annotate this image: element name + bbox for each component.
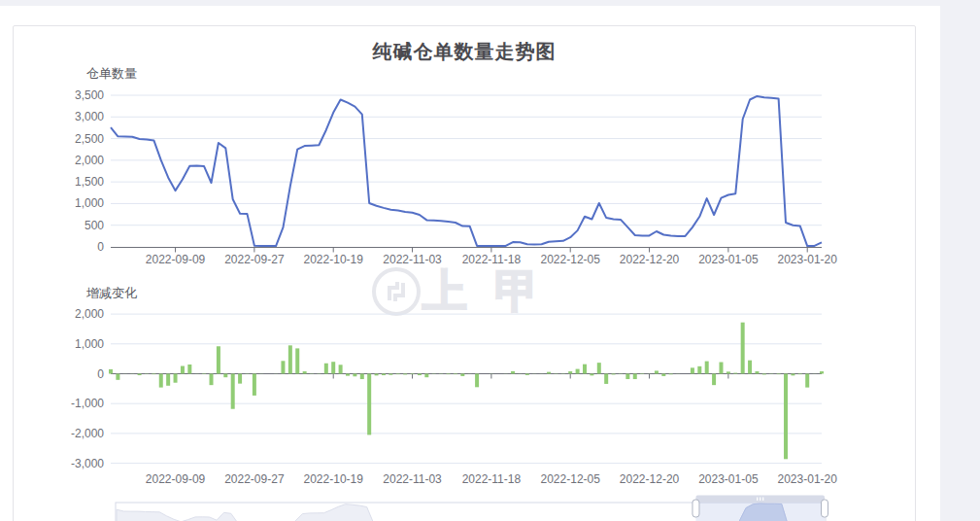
bar: [181, 366, 185, 374]
bar: [697, 366, 701, 374]
bar: [288, 345, 292, 373]
bar: [187, 365, 191, 374]
bar-chart: -3,000-2,000-1,00001,0002,0002022-09-092…: [71, 307, 837, 486]
bar: [748, 361, 752, 374]
x-axis-label: 2022-11-03: [383, 472, 442, 486]
datazoom-right-handle[interactable]: [822, 500, 828, 517]
x-axis-label: 2022-11-18: [462, 472, 522, 486]
bar: [231, 374, 235, 409]
bar: [346, 374, 350, 376]
x-axis-label: 2023-01-20: [778, 253, 838, 266]
y-axis-label: -1,000: [71, 397, 104, 410]
bar: [460, 374, 464, 376]
x-axis-label: 2023-01-05: [698, 253, 759, 266]
line-chart: 05001,0001,5002,0002,5003,0003,5002022-0…: [75, 88, 837, 266]
bar: [705, 362, 709, 374]
bar: [339, 365, 343, 373]
y-axis-label: 0: [97, 367, 104, 381]
bar: [447, 374, 451, 375]
bar: [583, 365, 587, 374]
bar: [525, 374, 529, 375]
bar: [733, 373, 737, 374]
bar: [281, 361, 285, 373]
bar: [820, 371, 824, 373]
x-axis-label: 2022-09-09: [146, 472, 206, 486]
bar: [353, 374, 356, 377]
bar: [331, 362, 335, 373]
bar: [295, 348, 299, 373]
y-axis-label: 2,500: [75, 132, 104, 146]
bar: [217, 346, 220, 373]
datazoom-slider[interactable]: [116, 496, 828, 521]
bar: [712, 374, 716, 386]
bar: [152, 374, 155, 375]
y-axis-label: 2,000: [75, 154, 104, 167]
x-axis-label: 2022-09-09: [146, 253, 206, 266]
bar: [210, 374, 214, 386]
x-axis-label: 2022-11-03: [383, 253, 442, 266]
bar: [604, 374, 608, 384]
y-axis-label: 1,000: [75, 196, 104, 210]
y-axis-label: 1,500: [75, 175, 104, 189]
x-axis-label: 2022-12-20: [620, 472, 680, 486]
bar: [655, 370, 659, 373]
bar: [411, 374, 415, 375]
bar: [727, 371, 730, 373]
bar: [403, 374, 407, 375]
bar: [661, 374, 665, 376]
bar: [547, 372, 551, 374]
y-axis-label: 2,000: [75, 307, 104, 321]
bar: [791, 374, 794, 376]
charts-canvas: 05001,0001,5002,0002,5003,0003,5002022-0…: [1, 1, 980, 521]
bar: [389, 374, 392, 375]
x-axis-label: 2023-01-20: [778, 472, 838, 486]
bar: [625, 374, 629, 380]
datazoom-selection[interactable]: [695, 503, 825, 521]
bar: [597, 363, 601, 373]
bar: [633, 374, 637, 380]
bar: [166, 374, 170, 386]
move-handle-grip-icon: [757, 498, 758, 502]
bar: [762, 374, 766, 375]
bar: [798, 374, 802, 375]
x-axis-label: 2022-12-05: [541, 472, 601, 486]
bar: [511, 371, 515, 374]
move-handle-grip-icon: [762, 498, 763, 502]
y-axis-label: 1,000: [75, 337, 104, 351]
bar: [109, 369, 113, 374]
bar: [324, 364, 328, 374]
bar: [116, 374, 119, 380]
bar: [805, 374, 809, 388]
bar: [612, 374, 616, 375]
bar: [454, 374, 457, 375]
bar: [375, 374, 379, 376]
bar: [223, 374, 227, 378]
datazoom-left-handle[interactable]: [693, 500, 699, 517]
bar: [367, 374, 371, 435]
bar: [396, 374, 400, 375]
x-axis-label: 2022-10-19: [304, 253, 364, 266]
x-axis-label: 2022-12-20: [620, 253, 680, 266]
bar: [253, 374, 256, 396]
bar: [475, 374, 479, 388]
y-axis-label: -2,000: [71, 427, 104, 440]
bar: [418, 374, 422, 376]
bar: [719, 363, 723, 374]
x-axis-label: 2022-09-27: [224, 472, 285, 486]
bar: [303, 371, 307, 373]
bar: [741, 323, 745, 374]
y-axis-label: -3,000: [71, 457, 104, 470]
bar: [568, 371, 572, 373]
bar: [138, 374, 142, 376]
bar: [576, 369, 580, 374]
y-axis-label: 3,000: [75, 110, 104, 123]
bar: [159, 374, 163, 388]
bar: [784, 374, 788, 460]
bar: [755, 371, 759, 373]
bar: [382, 374, 386, 376]
bar: [174, 374, 178, 383]
bar: [590, 374, 593, 376]
y-axis-label: 0: [97, 240, 104, 254]
bar: [238, 374, 242, 384]
line-series: [111, 96, 822, 246]
